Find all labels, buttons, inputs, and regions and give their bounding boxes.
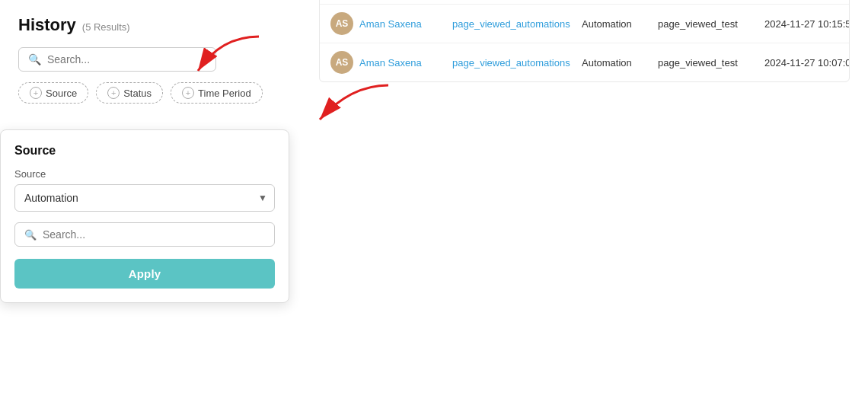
filter-source-button[interactable]: + Source bbox=[18, 82, 88, 104]
apply-button[interactable]: Apply bbox=[14, 259, 275, 289]
plus-icon-source: + bbox=[30, 87, 42, 99]
dropdown-title: Source bbox=[14, 144, 275, 158]
table-row: AS Aman Saxena page_viewed_automations A… bbox=[320, 5, 850, 43]
source-dropdown-panel: Source Source Automation Manual API Impo… bbox=[0, 129, 289, 303]
source-select[interactable]: Automation Manual API Import bbox=[14, 184, 275, 212]
filter-status-button[interactable]: + Status bbox=[96, 82, 163, 104]
avatar-3: AS bbox=[330, 12, 353, 35]
dropdown-search-bar[interactable]: 🔍 bbox=[14, 222, 275, 247]
search-input[interactable] bbox=[47, 53, 206, 65]
filter-time-period-label: Time Period bbox=[198, 88, 251, 99]
cell-source-3: page_viewed_automations bbox=[442, 5, 571, 43]
dropdown-search-input[interactable] bbox=[43, 228, 265, 241]
cell-subject-3: page_viewed_test bbox=[647, 5, 754, 43]
filter-status-label: Status bbox=[123, 88, 152, 99]
filter-time-period-button[interactable]: + Time Period bbox=[171, 82, 263, 104]
source-link-3[interactable]: page_viewed_automations bbox=[452, 18, 570, 30]
search-icon: 🔍 bbox=[28, 53, 41, 65]
plus-icon-status: + bbox=[107, 87, 120, 99]
filter-source-label: Source bbox=[46, 88, 77, 99]
search-bar-wrapper: 🔍 bbox=[18, 47, 850, 72]
user-name-link-3[interactable]: Aman Saxena bbox=[359, 18, 422, 30]
dropdown-source-label: Source bbox=[14, 168, 275, 180]
cell-type-3: Automation bbox=[571, 5, 647, 43]
filter-row: + Source + Status + Time Period bbox=[18, 82, 850, 104]
page-title: History bbox=[18, 15, 76, 35]
search-bar[interactable]: 🔍 bbox=[18, 47, 216, 72]
results-count: (5 Results) bbox=[82, 21, 130, 33]
dropdown-search-icon: 🔍 bbox=[24, 229, 37, 241]
cell-name-3: AS Aman Saxena bbox=[320, 5, 442, 43]
cell-sent-3: 2024-11-27 10:15:55 bbox=[754, 5, 850, 43]
plus-icon-time-period: + bbox=[182, 87, 194, 99]
dropdown-select-wrapper: Automation Manual API Import ▼ bbox=[14, 184, 275, 212]
